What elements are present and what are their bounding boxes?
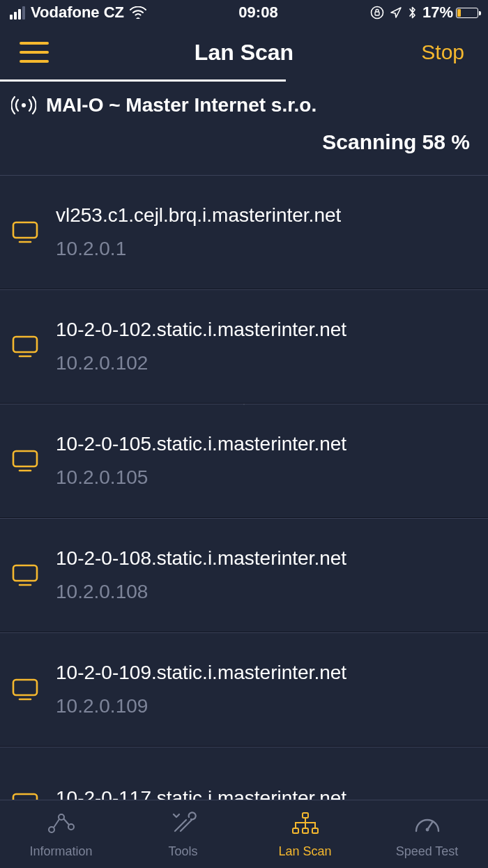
svg-rect-6	[13, 565, 37, 581]
bluetooth-icon	[408, 6, 417, 20]
scan-header: MAI-O ~ Master Internet s.r.o. Scanning …	[0, 82, 488, 175]
host-ip: 10.2.0.1	[56, 238, 341, 260]
tab-label: Lan Scan	[278, 844, 331, 859]
page-title: Lan Scan	[0, 40, 488, 66]
tab-tools[interactable]: Tools	[122, 800, 244, 868]
location-icon	[390, 6, 402, 19]
network-name: MAI-O ~ Master Internet s.r.o.	[46, 94, 317, 116]
host-name: 10-2-0-105.static.i.masterinter.net	[56, 433, 346, 455]
tab-bar: Information Tools Lan Scan Speed Test	[0, 800, 488, 868]
lan-scan-icon	[290, 810, 321, 840]
carrier-label: Vodafone CZ	[31, 3, 124, 22]
battery-percent: 17%	[422, 3, 453, 22]
svg-rect-13	[293, 828, 298, 833]
tab-speed-test[interactable]: Speed Test	[366, 800, 488, 868]
svg-rect-14	[303, 828, 308, 833]
svg-rect-4	[13, 337, 37, 352]
monitor-icon	[11, 448, 39, 473]
speed-test-icon	[412, 810, 443, 840]
svg-point-2	[22, 103, 26, 107]
host-name: 10-2-0-102.static.i.masterinter.net	[56, 319, 346, 341]
monitor-icon	[11, 563, 39, 588]
broadcast-icon	[11, 95, 36, 116]
monitor-icon	[11, 220, 39, 245]
battery-icon	[456, 8, 478, 18]
host-row[interactable]: vl253.c1.cejl.brq.i.masterinter.net10.2.…	[0, 175, 488, 289]
stop-button[interactable]: Stop	[417, 40, 468, 65]
nav-bar: Lan Scan Stop	[0, 25, 488, 79]
host-ip: 10.2.0.105	[56, 466, 346, 489]
svg-rect-1	[375, 12, 379, 15]
host-row[interactable]: 10-2-0-105.static.i.masterinter.net10.2.…	[0, 404, 488, 518]
host-name: 10-2-0-109.static.i.masterinter.net	[56, 662, 346, 684]
svg-point-11	[68, 824, 74, 830]
monitor-icon	[11, 677, 39, 702]
clock: 09:08	[146, 3, 370, 22]
svg-point-16	[425, 828, 429, 831]
svg-point-0	[371, 7, 383, 19]
tab-label: Speed Test	[396, 844, 459, 859]
svg-point-9	[49, 827, 54, 832]
wifi-icon	[130, 6, 146, 19]
host-list[interactable]: vl253.c1.cejl.brq.i.masterinter.net10.2.…	[0, 175, 488, 861]
host-ip: 10.2.0.102	[56, 352, 346, 374]
host-ip: 10.2.0.108	[56, 581, 346, 603]
monitor-icon	[11, 334, 39, 359]
tab-lan-scan[interactable]: Lan Scan	[244, 800, 366, 868]
cell-signal-icon	[10, 6, 25, 20]
host-name: 10-2-0-108.static.i.masterinter.net	[56, 547, 346, 570]
scan-progress-label: Scanning 58 %	[11, 130, 477, 154]
svg-rect-3	[13, 222, 37, 238]
tab-label: Information	[29, 844, 92, 859]
svg-rect-15	[312, 828, 318, 833]
svg-rect-5	[13, 451, 37, 466]
tab-information[interactable]: Information	[0, 800, 122, 868]
host-name: vl253.c1.cejl.brq.i.masterinter.net	[56, 204, 341, 227]
tools-icon	[169, 810, 197, 840]
host-row[interactable]: 10-2-0-108.static.i.masterinter.net10.2.…	[0, 518, 488, 632]
status-bar: Vodafone CZ 09:08 17%	[0, 0, 488, 25]
host-ip: 10.2.0.109	[56, 695, 346, 717]
svg-rect-12	[303, 813, 308, 818]
host-row[interactable]: 10-2-0-102.static.i.masterinter.net10.2.…	[0, 289, 488, 404]
information-icon	[46, 810, 77, 840]
tab-label: Tools	[168, 844, 197, 859]
orientation-lock-icon	[370, 6, 384, 20]
svg-rect-7	[13, 680, 37, 695]
host-row[interactable]: 10-2-0-109.static.i.masterinter.net10.2.…	[0, 632, 488, 747]
menu-button[interactable]	[20, 42, 49, 63]
